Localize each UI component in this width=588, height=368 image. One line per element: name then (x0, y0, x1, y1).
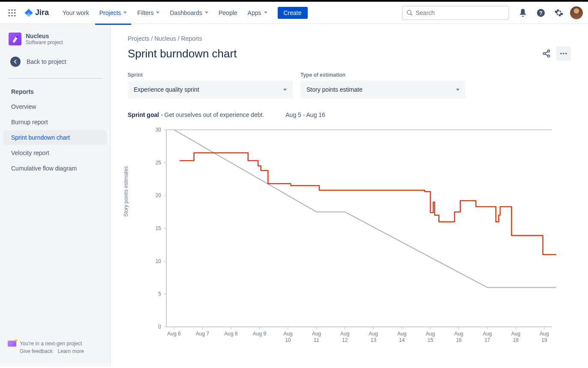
svg-text:Aug 7: Aug 7 (196, 331, 210, 337)
svg-text:14: 14 (399, 337, 405, 343)
svg-text:15: 15 (427, 337, 433, 343)
project-type: Software project (26, 39, 63, 45)
svg-text:10: 10 (285, 337, 291, 343)
sidebar-item-cumulative-flow-diagram[interactable]: Cumulative flow diagram (3, 161, 107, 176)
svg-point-13 (16, 36, 18, 38)
breadcrumb[interactable]: Projects / Nucleus / Reports (128, 35, 571, 42)
sprint-value: Experience quality sprint (134, 86, 199, 93)
settings-icon[interactable] (552, 6, 566, 20)
chevron-down-icon (456, 89, 459, 91)
sidebar-section-reports: Reports (3, 85, 107, 99)
svg-text:Aug 9: Aug 9 (253, 331, 267, 337)
sprint-dates: Aug 5 - Aug 16 (285, 111, 325, 118)
svg-text:20: 20 (156, 192, 162, 198)
project-header[interactable]: Nucleus Software project (3, 33, 107, 52)
burndown-chart: Story points estimates 051015202530Aug 6… (128, 128, 571, 350)
svg-text:Aug: Aug (283, 331, 292, 337)
svg-text:16: 16 (456, 337, 462, 343)
nextgen-icon (8, 341, 16, 347)
nav-your-work[interactable]: Your work (58, 7, 93, 19)
help-icon[interactable]: ? (534, 6, 548, 20)
svg-text:12: 12 (342, 337, 348, 343)
back-to-project[interactable]: Back to project (3, 52, 107, 71)
svg-point-20 (563, 53, 564, 54)
svg-point-14 (548, 50, 550, 52)
svg-text:Aug: Aug (540, 331, 549, 337)
more-actions-button[interactable] (556, 46, 571, 61)
sidebar-item-burnup-report[interactable]: Burnup report (3, 115, 107, 129)
give-feedback-link[interactable]: Give feedback (20, 348, 53, 354)
footer-note: You're in a next-gen project (20, 341, 82, 347)
svg-text:25: 25 (156, 160, 162, 166)
svg-text:Aug 8: Aug 8 (224, 331, 238, 337)
product-name: Jira (35, 8, 49, 17)
svg-point-7 (11, 15, 12, 16)
sidebar: Nucleus Software project Back to project… (0, 24, 111, 366)
svg-text:17: 17 (484, 337, 490, 343)
svg-point-3 (9, 12, 10, 13)
nav-dashboards[interactable]: Dashboards (165, 7, 213, 19)
sidebar-item-overview[interactable]: Overview (3, 99, 107, 114)
share-button[interactable] (539, 46, 554, 61)
nav-people[interactable]: People (214, 7, 242, 19)
svg-text:Aug: Aug (426, 331, 435, 337)
svg-text:11: 11 (314, 337, 320, 343)
sprint-select[interactable]: Experience quality sprint (128, 81, 293, 99)
svg-point-9 (407, 10, 411, 14)
svg-text:Aug: Aug (397, 331, 406, 337)
svg-line-18 (545, 54, 548, 55)
svg-text:Aug: Aug (511, 331, 520, 337)
learn-more-link[interactable]: Learn more (58, 348, 84, 354)
chart-ylabel: Story points estimates (123, 166, 129, 217)
chevron-down-icon (123, 12, 127, 14)
svg-text:Aug: Aug (483, 331, 492, 337)
svg-point-8 (14, 15, 15, 16)
svg-text:15: 15 (156, 225, 162, 231)
sprint-select-label: Sprint (128, 72, 293, 78)
svg-line-17 (545, 51, 548, 53)
svg-text:Aug: Aug (454, 331, 463, 337)
project-icon (9, 33, 21, 45)
notifications-icon[interactable] (516, 6, 530, 20)
nav-apps[interactable]: Apps (243, 7, 272, 19)
svg-point-19 (561, 53, 562, 54)
svg-text:0: 0 (158, 324, 161, 330)
chevron-down-icon (205, 12, 208, 14)
svg-point-2 (14, 9, 15, 10)
topbar-actions: ? (516, 6, 583, 20)
sidebar-item-sprint-burndown-chart[interactable]: Sprint burndown chart (3, 130, 107, 145)
chevron-down-icon (156, 12, 159, 14)
svg-text:Aug: Aug (312, 331, 321, 337)
chevron-down-icon (283, 89, 287, 91)
svg-line-10 (411, 14, 412, 15)
app-switcher-icon[interactable] (5, 6, 19, 20)
svg-text:13: 13 (371, 337, 377, 343)
svg-point-1 (11, 9, 12, 10)
main-content: Projects / Nucleus / Reports Sprint burn… (111, 24, 588, 366)
svg-text:30: 30 (156, 128, 162, 133)
estimation-select[interactable]: Story points estimate (300, 81, 465, 99)
search-icon (406, 9, 413, 16)
svg-point-16 (548, 55, 550, 57)
nav-filters[interactable]: Filters (133, 7, 164, 19)
primary-nav: Your workProjectsFiltersDashboardsPeople… (58, 7, 271, 19)
project-name: Nucleus (26, 33, 63, 39)
svg-text:?: ? (539, 9, 543, 16)
sidebar-item-velocity-report[interactable]: Velocity report (3, 146, 107, 160)
sidebar-footer: You're in a next-gen project Give feedba… (3, 337, 107, 358)
svg-text:19: 19 (541, 337, 547, 343)
user-avatar[interactable] (570, 6, 583, 19)
svg-text:10: 10 (156, 258, 162, 264)
search-input[interactable] (402, 6, 509, 20)
search-field[interactable] (416, 9, 505, 16)
sprint-goal: Sprint goal - Get ourselves out of exper… (128, 111, 264, 118)
create-button[interactable]: Create (278, 7, 308, 19)
svg-point-0 (9, 9, 10, 10)
page-title: Sprint burndown chart (128, 47, 237, 60)
jira-logo[interactable]: Jira (21, 8, 52, 18)
svg-text:Aug: Aug (369, 331, 378, 337)
svg-point-15 (543, 53, 546, 55)
nav-projects[interactable]: Projects (95, 7, 132, 19)
svg-point-5 (14, 12, 15, 13)
divider (8, 78, 102, 79)
